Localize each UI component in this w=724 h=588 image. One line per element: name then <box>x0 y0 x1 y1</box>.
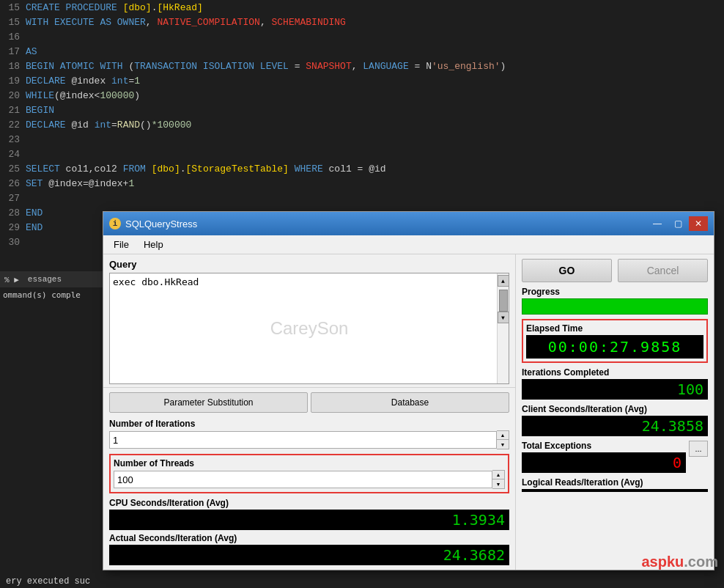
iterations-increment-button[interactable]: ▲ <box>497 431 509 440</box>
cancel-button[interactable]: Cancel <box>618 259 708 282</box>
cpu-seconds-label: CPU Seconds/Iteration (Avg) <box>109 498 509 508</box>
threads-spinner: ▲ ▼ <box>114 470 505 489</box>
elapsed-display: 00:00:27.9858 <box>526 335 703 359</box>
title-controls: — ▢ ✕ <box>648 216 708 231</box>
progress-section: Progress <box>522 287 708 315</box>
cpu-seconds-value: 1.3934 <box>109 510 509 530</box>
threads-increment-button[interactable]: ▲ <box>492 471 504 479</box>
code-line: 20 WHILE(@index<100000) <box>0 88 724 103</box>
exceptions-block: Total Exceptions 0 <box>522 441 686 473</box>
code-line: 18 BEGIN ATOMIC WITH (TRANSACTION ISOLAT… <box>0 59 724 73</box>
panel-content: ommand(s) comple <box>0 287 106 303</box>
iterations-group: Number of Iterations ▲ ▼ <box>109 419 509 449</box>
progress-bar <box>522 298 708 315</box>
iterations-input[interactable] <box>109 431 497 449</box>
close-button[interactable]: ✕ <box>689 216 708 231</box>
aspku-com: .com <box>684 554 718 570</box>
parameter-substitution-button[interactable]: Parameter Substitution <box>109 392 308 413</box>
menu-file[interactable]: File <box>106 238 136 251</box>
threads-input[interactable] <box>114 471 492 488</box>
cpu-seconds-group: CPU Seconds/Iteration (Avg) 1.3934 <box>109 498 509 530</box>
code-line: 23 <box>0 132 724 147</box>
iterations-completed-value: 100 <box>522 379 708 400</box>
query-section: Query exec dbo.HkRead CareySon ▲ ▼ <box>103 254 515 387</box>
exceptions-value: 0 <box>522 452 686 473</box>
iterations-completed-label: Iterations Completed <box>522 367 708 378</box>
panel-tab-percent[interactable]: % ▶ <box>0 273 23 286</box>
left-section: Query exec dbo.HkRead CareySon ▲ ▼ Param… <box>103 254 516 570</box>
client-seconds-value: 24.3858 <box>522 416 708 436</box>
window-title: SQLQueryStress <box>125 218 197 229</box>
iterations-completed-section: Iterations Completed 100 <box>522 367 708 400</box>
query-label: Query <box>109 259 509 270</box>
code-line: 27 <box>0 191 724 205</box>
progress-label: Progress <box>522 287 708 297</box>
right-section: GO Cancel Progress Elapsed Time 00:00:27… <box>516 254 714 570</box>
code-line: 15 CREATE PROCEDURE [dbo].[HkRead] <box>0 0 724 15</box>
iterations-spinner-buttons: ▲ ▼ <box>497 430 509 449</box>
elapsed-section: Elapsed Time 00:00:27.9858 <box>522 319 708 363</box>
aspku-text: aspku <box>642 554 684 570</box>
elapsed-label: Elapsed Time <box>526 323 703 334</box>
code-line: 22 DECLARE @id int=RAND()*100000 <box>0 117 724 132</box>
bottom-controls: Parameter Substitution Database Number o… <box>103 387 515 570</box>
title-bar: i SQLQueryStress — ▢ ✕ <box>103 212 714 235</box>
menu-bar: File Help <box>103 235 714 254</box>
threads-spinner-buttons: ▲ ▼ <box>492 470 505 489</box>
logical-reads-label: Logical Reads/Iteration (Avg) <box>522 477 708 488</box>
code-line: 17 AS <box>0 44 724 59</box>
iterations-decrement-button[interactable]: ▼ <box>497 440 509 449</box>
code-line: 19 DECLARE @index int=1 <box>0 73 724 88</box>
logical-reads-value <box>522 489 708 492</box>
window-icon: i <box>109 218 121 229</box>
go-button[interactable]: GO <box>522 259 612 282</box>
go-cancel-row: GO Cancel <box>522 259 708 282</box>
sql-query-stress-window: i SQLQueryStress — ▢ ✕ File Help Query e… <box>103 211 714 570</box>
scroll-thumb[interactable] <box>499 290 508 312</box>
aspku-watermark: aspku.com <box>642 554 719 570</box>
code-line: 15 WITH EXECUTE AS OWNER, NATIVE_COMPILA… <box>0 15 724 29</box>
query-box-wrapper: exec dbo.HkRead CareySon ▲ ▼ <box>109 273 509 384</box>
iterations-spinner: ▲ ▼ <box>109 430 509 449</box>
code-line: 21 BEGIN <box>0 103 724 117</box>
query-input[interactable]: exec dbo.HkRead <box>110 273 497 383</box>
scroll-up-button[interactable]: ▲ <box>498 275 509 287</box>
exceptions-label: Total Exceptions <box>522 441 686 451</box>
threads-label: Number of Threads <box>114 458 505 468</box>
minimize-button[interactable]: — <box>648 216 667 231</box>
menu-help[interactable]: Help <box>136 238 171 251</box>
iterations-label: Number of Iterations <box>109 419 509 429</box>
query-scrollbar: ▲ ▼ <box>497 273 509 383</box>
code-line: 24 <box>0 147 724 161</box>
maximize-button[interactable]: ▢ <box>668 216 687 231</box>
database-button[interactable]: Database <box>311 392 509 413</box>
logical-reads-section: Logical Reads/Iteration (Avg) <box>522 477 708 492</box>
tab-buttons: Parameter Substitution Database <box>109 392 509 413</box>
main-content: Query exec dbo.HkRead CareySon ▲ ▼ Param… <box>103 254 714 570</box>
title-bar-left: i SQLQueryStress <box>109 218 197 229</box>
code-line: 16 <box>0 29 724 44</box>
code-line: 26 SET @index=@index+1 <box>0 176 724 191</box>
exceptions-row: Total Exceptions 0 ... <box>522 441 708 473</box>
threads-decrement-button[interactable]: ▼ <box>492 479 504 488</box>
bottom-status-text: ery executed suc <box>0 576 96 587</box>
threads-group: Number of Threads ▲ ▼ <box>109 454 509 493</box>
exceptions-detail-button[interactable]: ... <box>689 441 708 457</box>
code-line: 25 SELECT col1,col2 FROM [dbo].[StorageT… <box>0 161 724 176</box>
panel-tabs: % ▶ essages <box>0 271 106 287</box>
actual-seconds-label: Actual Seconds/Iteration (Avg) <box>109 533 509 543</box>
actual-seconds-group: Actual Seconds/Iteration (Avg) 24.3682 <box>109 533 509 565</box>
client-seconds-section: Client Seconds/Iteration (Avg) 24.3858 <box>522 404 708 436</box>
left-panel: % ▶ essages ommand(s) comple <box>0 271 106 303</box>
actual-seconds-value: 24.3682 <box>109 545 509 565</box>
scroll-down-button[interactable]: ▼ <box>498 312 509 323</box>
client-seconds-label: Client Seconds/Iteration (Avg) <box>522 404 708 414</box>
panel-tab-messages[interactable]: essages <box>23 273 66 285</box>
